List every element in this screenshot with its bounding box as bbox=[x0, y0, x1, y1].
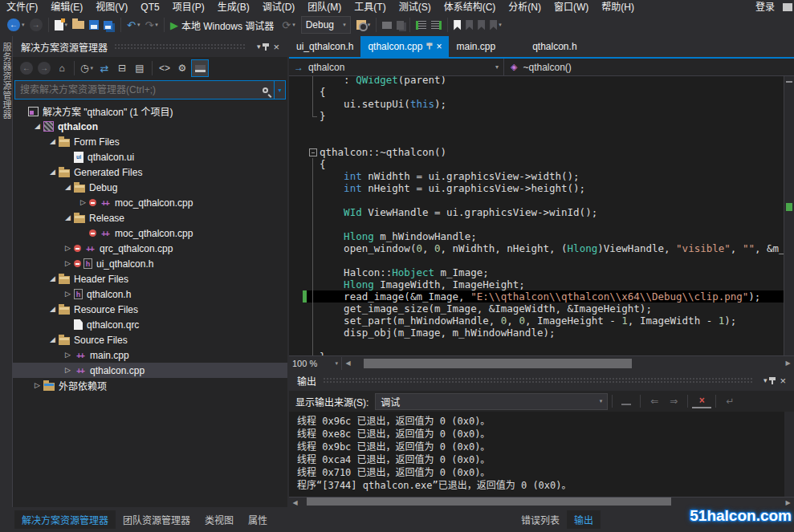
notification-icon[interactable] bbox=[783, 3, 792, 11]
sync-with-active-document-button[interactable]: ⇄ bbox=[96, 59, 113, 77]
document-tab-qthalcon-cpp[interactable]: qthalcon.cpp× bbox=[360, 36, 449, 57]
menu-item-13[interactable]: 窗口(W) bbox=[548, 0, 595, 14]
menu-item-10[interactable]: 测试(S) bbox=[393, 0, 438, 14]
tree-item[interactable]: ▷++moc_qthalcon.cpp bbox=[13, 195, 287, 210]
breakpoint-margin[interactable] bbox=[289, 206, 303, 218]
navigate-to-button[interactable] bbox=[380, 15, 394, 35]
code-line[interactable]: Halcon::Hobject m_Image; bbox=[289, 266, 784, 278]
expanded-arrow-icon[interactable]: ◢ bbox=[31, 123, 43, 130]
output-log[interactable]: 线程 0x96c 已退出，返回值为 0 (0x0)。线程 0xe8c 已退出，返… bbox=[289, 412, 794, 497]
document-tab-ui_qthalcon-h[interactable]: ui_qthalcon.h bbox=[289, 36, 360, 57]
type-dropdown[interactable]: → qthalcon ▾ bbox=[289, 59, 504, 75]
tree-item[interactable]: ◢Form Files bbox=[13, 134, 287, 149]
collapsed-arrow-icon[interactable]: ▷ bbox=[62, 367, 74, 374]
forward-button[interactable]: → bbox=[27, 15, 45, 35]
show-all-files-button[interactable]: ▤ bbox=[131, 59, 149, 77]
scrollbar-thumb[interactable] bbox=[364, 359, 633, 368]
current-code-line[interactable]: read_image(&m_Image, "E:\\qthalcon\\qtha… bbox=[289, 290, 784, 303]
code-line[interactable] bbox=[289, 339, 784, 351]
breakpoint-margin[interactable] bbox=[289, 134, 303, 146]
redo-button[interactable]: ↷▾ bbox=[142, 15, 160, 35]
restart-button[interactable]: ⟳▾ bbox=[279, 15, 297, 35]
editor-horizontal-scrollbar[interactable] bbox=[355, 359, 781, 368]
breakpoint-margin[interactable] bbox=[289, 242, 303, 254]
close-icon[interactable]: × bbox=[773, 375, 789, 387]
collapsed-arrow-icon[interactable]: ▷ bbox=[77, 199, 89, 206]
bookmark-button[interactable] bbox=[451, 15, 463, 35]
menu-item-6[interactable]: 生成(B) bbox=[211, 0, 256, 14]
menu-item-11[interactable]: 体系结构(C) bbox=[438, 0, 503, 14]
expanded-arrow-icon[interactable]: ◢ bbox=[47, 169, 59, 176]
tree-item[interactable]: ◢Header Files bbox=[13, 271, 287, 286]
prev-message-button[interactable]: ⇐ bbox=[645, 392, 664, 410]
scroll-left-icon[interactable]: ◀ bbox=[289, 499, 301, 506]
scroll-left-icon[interactable]: ◀ bbox=[342, 359, 354, 367]
breakpoint-margin[interactable] bbox=[289, 182, 303, 194]
breakpoint-margin[interactable] bbox=[289, 110, 303, 122]
tree-item[interactable]: ++moc_qthalcon.cpp bbox=[13, 225, 287, 241]
new-file-button[interactable]: ▾ bbox=[52, 15, 71, 35]
back-button[interactable]: ←▾ bbox=[5, 15, 27, 35]
tree-item[interactable]: ▷hqthalcon.h bbox=[13, 286, 287, 302]
breakpoint-margin[interactable] bbox=[289, 254, 303, 266]
breakpoint-margin[interactable] bbox=[289, 218, 303, 230]
code-line[interactable] bbox=[289, 194, 784, 206]
breakpoint-margin[interactable] bbox=[289, 339, 303, 351]
back-button[interactable]: ← bbox=[18, 59, 35, 77]
sign-in-button[interactable]: 登录 bbox=[747, 0, 783, 14]
collapsed-arrow-icon[interactable]: ▷ bbox=[62, 260, 74, 267]
tree-item[interactable]: ◢Release bbox=[13, 210, 287, 225]
expanded-arrow-icon[interactable]: ◢ bbox=[47, 138, 59, 145]
breakpoint-margin[interactable] bbox=[289, 303, 303, 315]
close-icon[interactable]: × bbox=[267, 41, 283, 53]
forward-button[interactable]: → bbox=[35, 59, 53, 77]
collapsed-arrow-icon[interactable]: ▷ bbox=[31, 382, 43, 389]
collapse-all-button[interactable]: ⊟ bbox=[113, 59, 131, 77]
document-tab-main-cpp[interactable]: main.cpp bbox=[449, 36, 503, 57]
clear-all-button[interactable]: × bbox=[692, 394, 711, 408]
home-button[interactable]: ⌂ bbox=[53, 59, 71, 77]
properties-button[interactable]: ⚙ bbox=[173, 59, 191, 77]
tree-item[interactable]: ◢qthalcon bbox=[13, 119, 287, 134]
preview-selected-items-button[interactable] bbox=[191, 59, 209, 77]
tree-item[interactable]: ▷++qrc_qthalcon.cpp bbox=[13, 241, 287, 256]
code-line[interactable] bbox=[289, 218, 784, 230]
tree-item[interactable]: ◢Generated Files bbox=[13, 164, 287, 180]
server-explorer-vertical-tab[interactable]: 服务器资源管理器 bbox=[0, 43, 13, 120]
menu-item-9[interactable]: 工具(T) bbox=[348, 0, 392, 14]
document-tab-qthalcon-h[interactable]: qthalcon.h bbox=[525, 36, 584, 57]
breakpoint-margin[interactable] bbox=[289, 327, 303, 339]
attach-process-button[interactable]: ▾ bbox=[354, 15, 373, 35]
tree-item[interactable]: ▷++main.cpp bbox=[13, 347, 287, 363]
goto-source-button[interactable] bbox=[617, 392, 636, 410]
bottom-tab-解决方案资源管理器[interactable]: 解决方案资源管理器 bbox=[14, 510, 116, 529]
code-line[interactable]: set_part(m_hWindowHandle, 0, 0, ImageHei… bbox=[289, 315, 784, 327]
tree-item[interactable]: ◢Debug bbox=[13, 180, 287, 195]
code-line[interactable]: { bbox=[289, 86, 784, 98]
solution-configuration-dropdown[interactable]: Debug▾ bbox=[301, 16, 351, 34]
search-input[interactable] bbox=[15, 84, 256, 95]
breakpoint-margin[interactable] bbox=[289, 194, 303, 206]
word-wrap-button[interactable]: ↵ bbox=[720, 392, 739, 410]
next-message-button[interactable]: ⇒ bbox=[664, 392, 683, 410]
code-line[interactable] bbox=[289, 122, 784, 134]
bookmark-next-button[interactable] bbox=[475, 15, 487, 35]
menu-item-8[interactable]: 团队(M) bbox=[301, 0, 348, 14]
breakpoint-margin[interactable] bbox=[289, 278, 303, 290]
collapsed-arrow-icon[interactable]: ▷ bbox=[62, 245, 74, 252]
breakpoint-margin[interactable] bbox=[289, 170, 303, 182]
code-line[interactable]: disp_obj(m_Image, m_hWindowHandle); bbox=[289, 327, 784, 339]
close-icon[interactable]: × bbox=[436, 41, 442, 52]
bottom-tab-团队资源管理器[interactable]: 团队资源管理器 bbox=[116, 510, 197, 529]
tree-item[interactable]: ▷hui_qthalcon.h bbox=[13, 256, 287, 271]
collapsed-arrow-icon[interactable]: ▷ bbox=[62, 290, 74, 298]
copy-button[interactable] bbox=[394, 15, 406, 35]
code-line[interactable]: } bbox=[289, 110, 784, 122]
code-editor[interactable]: : QWidget(parent){ ui.setupUi(this);}qth… bbox=[289, 76, 784, 355]
code-line[interactable]: qthalcon::~qthalcon() bbox=[289, 146, 784, 158]
indent-button[interactable] bbox=[413, 15, 429, 35]
expanded-arrow-icon[interactable]: ◢ bbox=[47, 336, 59, 343]
code-line[interactable]: ui.setupUi(this); bbox=[289, 98, 784, 110]
menu-item-1[interactable]: 文件(F) bbox=[0, 0, 44, 14]
bottom-tab-错误列表[interactable]: 错误列表 bbox=[514, 510, 567, 529]
